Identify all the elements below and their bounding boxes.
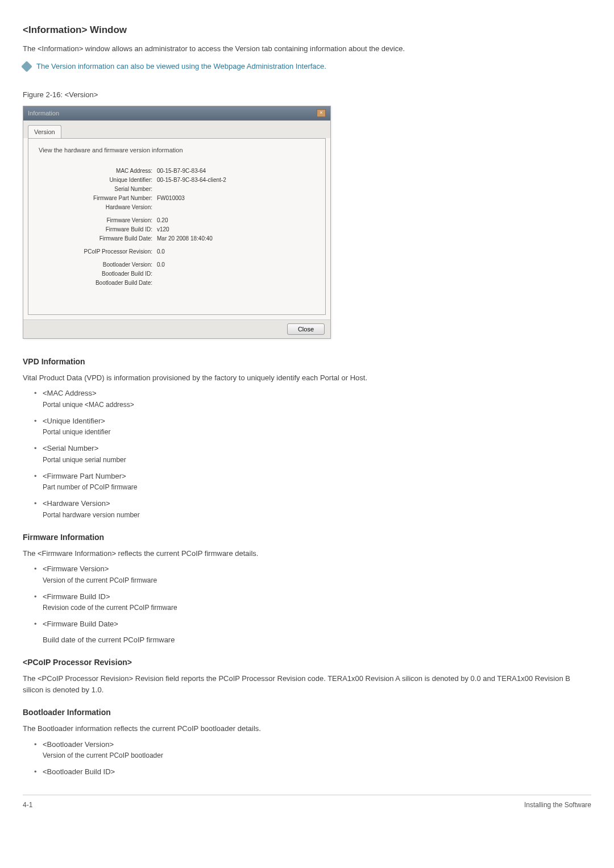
fwbdate-value: Mar 20 2008 18:40:40 (157, 234, 213, 243)
fwbid-label: Firmware Build ID: (39, 225, 157, 234)
list-item: <Serial Number> Portal unique serial num… (34, 443, 591, 465)
list-item: <Hardware Version> Portal hardware versi… (34, 498, 591, 520)
fwbid-value: v120 (157, 225, 169, 234)
blver-value: 0.0 (157, 260, 165, 269)
item-title: <Firmware Build Date> (43, 618, 591, 630)
item-desc: Portal unique identifier (43, 427, 591, 437)
item-title: <Firmware Part Number> (43, 471, 591, 482)
item-title: <Hardware Version> (43, 498, 591, 509)
intro-text: The <Information> window allows an admin… (23, 43, 591, 55)
fwpart-value: FW010003 (157, 194, 185, 202)
information-window: Information × Version View the hardware … (23, 106, 331, 339)
fwver-value: 0.20 (157, 216, 168, 225)
vpd-list: <MAC Address> Portal unique <MAC address… (23, 388, 591, 520)
item-title: <Unique Identifier> (43, 416, 591, 427)
proc-value: 0.0 (157, 247, 165, 256)
item-desc: Revision code of the current PCoIP firmw… (43, 603, 591, 613)
item-desc: Portal unique <MAC address> (43, 400, 591, 410)
list-item: <Firmware Version> Version of the curren… (34, 563, 591, 585)
tab-version[interactable]: Version (28, 125, 61, 139)
proc-heading: <PCoIP Processor Revision> (23, 657, 591, 668)
note-text: The Version information can also be view… (36, 61, 326, 72)
tab-content: View the hardware and firmware version i… (28, 138, 326, 315)
hwver-label: Hardware Version: (39, 203, 157, 211)
serial-label: Serial Number: (39, 185, 157, 193)
list-item: <Firmware Build Date> (34, 618, 591, 630)
footer-title: Installing the Software (524, 800, 591, 810)
firmware-heading: Firmware Information (23, 531, 591, 543)
mac-value: 00-15-B7-9C-83-64 (157, 167, 206, 175)
item-desc: Version of the current PCoIP firmware (43, 575, 591, 585)
button-bar: Close (23, 319, 330, 338)
item-title: <Firmware Build ID> (43, 591, 591, 603)
list-item: <Firmware Build ID> Revision code of the… (34, 591, 591, 613)
page-footer: 4-1 Installing the Software (23, 795, 591, 810)
list-item: <Firmware Part Number> Part number of PC… (34, 471, 591, 493)
blbdate-label: Bootloader Build Date: (39, 279, 157, 287)
item-title: <Bootloader Version> (43, 739, 591, 750)
item-desc: Portal unique serial number (43, 455, 591, 465)
boot-heading: Bootloader Information (23, 707, 591, 719)
proc-desc: The <PCoIP Processor Revision> Revision … (23, 673, 591, 695)
window-titlebar: Information × (23, 106, 330, 121)
tab-area: Version (23, 121, 330, 139)
item-desc: Portal hardware version number (43, 510, 591, 520)
tab-content-header: View the hardware and firmware version i… (39, 146, 315, 155)
blbid-label: Bootloader Build ID: (39, 269, 157, 278)
item-desc: Version of the current PCoIP bootloader (43, 750, 591, 761)
item-title: <Firmware Version> (43, 563, 591, 575)
list-item: <MAC Address> Portal unique <MAC address… (34, 388, 591, 410)
fwpart-label: Firmware Part Number: (39, 194, 157, 202)
list-item: <Bootloader Version> Version of the curr… (34, 739, 591, 761)
window-title: Information (28, 109, 59, 118)
uid-value: 00-15-B7-9C-83-64-client-2 (157, 176, 226, 184)
item-title: <MAC Address> (43, 388, 591, 399)
uid-label: Unique Identifier: (39, 176, 157, 184)
list-item: <Bootloader Build ID> (34, 766, 591, 778)
proc-label: PCoIP Processor Revision: (39, 247, 157, 256)
item-title: <Serial Number> (43, 443, 591, 454)
page-number: 4-1 (23, 800, 32, 810)
fwver-label: Firmware Version: (39, 216, 157, 225)
main-heading: <Information> Window (23, 23, 591, 38)
boot-list: <Bootloader Version> Version of the curr… (23, 739, 591, 778)
close-icon[interactable]: × (317, 109, 326, 117)
item-title: <Bootloader Build ID> (43, 766, 591, 778)
firmware-list: <Firmware Version> Version of the curren… (23, 563, 591, 630)
fwbdate-label: Firmware Build Date: (39, 234, 157, 243)
vpd-heading: VPD Information (23, 356, 591, 368)
firmware-build-date-desc: Build date of the current PCoIP firmware (23, 634, 591, 646)
figure-caption: Figure 2-16: <Version> (23, 89, 591, 101)
note-icon (21, 61, 32, 72)
close-button[interactable]: Close (287, 323, 325, 335)
item-desc: Part number of PCoIP firmware (43, 482, 591, 492)
boot-desc: The Bootloader information reflects the … (23, 723, 591, 734)
firmware-desc: The <Firmware Information> reflects the … (23, 548, 591, 559)
note-block: The Version information can also be view… (23, 61, 591, 72)
mac-label: MAC Address: (39, 167, 157, 175)
blver-label: Bootloader Version: (39, 260, 157, 269)
list-item: <Unique Identifier> Portal unique identi… (34, 416, 591, 438)
vpd-desc: Vital Product Data (VPD) is information … (23, 372, 591, 384)
